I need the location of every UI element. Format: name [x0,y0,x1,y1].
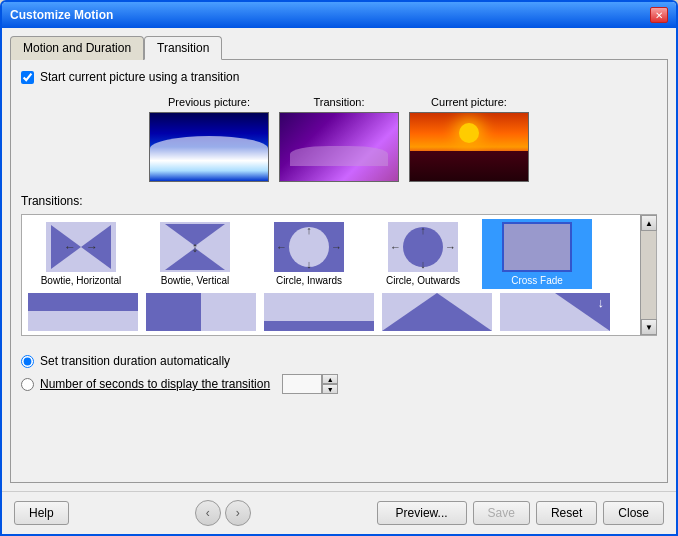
bowtie-h-icon: ← → [46,222,116,272]
nav-buttons: ‹ › [195,500,251,526]
transition-item-2-4[interactable] [382,293,492,331]
transitions-container: ← → Bowtie, Horizontal ↕ [21,214,657,336]
transition-image [279,112,399,182]
transitions-row-2: ↓ [26,293,636,331]
cross-fade-icon [502,222,572,272]
transition-item-2-1[interactable] [28,293,138,331]
preview-button[interactable]: Preview... [377,501,467,525]
spinner-buttons: ▲ ▼ [322,374,338,394]
transition-bowtie-horizontal[interactable]: ← → Bowtie, Horizontal [26,219,136,289]
transitions-scrollbar[interactable]: ▲ ▼ [640,215,656,335]
title-bar-controls: ✕ [650,7,668,23]
preview-section: Previous picture: Transition: Current pi… [21,96,657,182]
bowtie-v-label: Bowtie, Vertical [161,275,229,286]
circle-in-label: Circle, Inwards [276,275,342,286]
checkbox-row: Start current picture using a transition [21,70,657,84]
transition-circle-outwards[interactable]: ↑ ↓ ← → Circle, Outwards [368,219,478,289]
start-transition-checkbox[interactable] [21,71,34,84]
dialog-footer: Help ‹ › Preview... Save Reset Close [2,491,676,534]
radio-manual[interactable] [21,378,34,391]
radio-auto[interactable] [21,355,34,368]
transitions-section-label: Transitions: [21,194,657,208]
previous-picture-item: Previous picture: [149,96,269,182]
tab-bar: Motion and Duration Transition [10,36,668,60]
footer-left: Help [14,501,69,525]
scroll-down-button[interactable]: ▼ [641,319,657,335]
bowtie-v-icon: ↕ [160,222,230,272]
current-label: Current picture: [431,96,507,108]
bowtie-v-arrows: ↕ [160,222,230,272]
circle-out-icon: ↑ ↓ ← → [388,222,458,272]
bowtie-h-arrows: ← → [46,222,116,272]
previous-label: Previous picture: [168,96,250,108]
scroll-up-button[interactable]: ▲ [641,215,657,231]
transition-bowtie-vertical[interactable]: ↕ Bowtie, Vertical [140,219,250,289]
transition-item-2-2[interactable] [146,293,256,331]
transition-preview-item: Transition: [279,96,399,182]
dialog-window: Customize Motion ✕ Motion and Duration T… [0,0,678,536]
save-button[interactable]: Save [473,501,530,525]
tab-panel-transition: Start current picture using a transition… [10,59,668,483]
circle-out-label: Circle, Outwards [386,275,460,286]
duration-input[interactable]: 1.0 [282,374,322,394]
transition-cross-fade[interactable]: Cross Fade [482,219,592,289]
nav-forward-button[interactable]: › [225,500,251,526]
reset-button[interactable]: Reset [536,501,597,525]
dialog-title: Customize Motion [10,8,113,22]
transitions-row-1: ← → Bowtie, Horizontal ↕ [26,219,636,289]
current-image [409,112,529,182]
tab-motion-duration[interactable]: Motion and Duration [10,36,144,60]
transition-item-2-3[interactable] [264,293,374,331]
nav-back-button[interactable]: ‹ [195,500,221,526]
tab-transition[interactable]: Transition [144,36,222,60]
close-window-button[interactable]: ✕ [650,7,668,23]
transition-circle-inwards[interactable]: ↑ ↓ ← → Circle, Inwards [254,219,364,289]
scroll-track[interactable] [641,231,656,319]
previous-image [149,112,269,182]
start-transition-label: Start current picture using a transition [40,70,239,84]
title-bar: Customize Motion ✕ [2,2,676,28]
current-picture-item: Current picture: [409,96,529,182]
spinner-up-button[interactable]: ▲ [322,374,338,384]
radio-manual-label: Number of seconds to display the transit… [40,377,270,391]
radio-auto-label: Set transition duration automatically [40,354,230,368]
bowtie-h-label: Bowtie, Horizontal [41,275,122,286]
close-button[interactable]: Close [603,501,664,525]
radio-section: Set transition duration automatically Nu… [21,354,657,394]
spinner-down-button[interactable]: ▼ [322,384,338,394]
transition-item-2-5[interactable]: ↓ [500,293,610,331]
radio-auto-row: Set transition duration automatically [21,354,657,368]
duration-spinner: 1.0 ▲ ▼ [282,374,338,394]
transition-preview-label: Transition: [314,96,365,108]
radio-manual-row: Number of seconds to display the transit… [21,374,657,394]
help-button[interactable]: Help [14,501,69,525]
bottom-buttons: Preview... Save Reset Close [377,501,664,525]
cross-fade-label: Cross Fade [511,275,563,286]
transitions-grid: ← → Bowtie, Horizontal ↕ [22,215,640,335]
circle-in-icon: ↑ ↓ ← → [274,222,344,272]
dialog-content: Motion and Duration Transition Start cur… [2,28,676,491]
